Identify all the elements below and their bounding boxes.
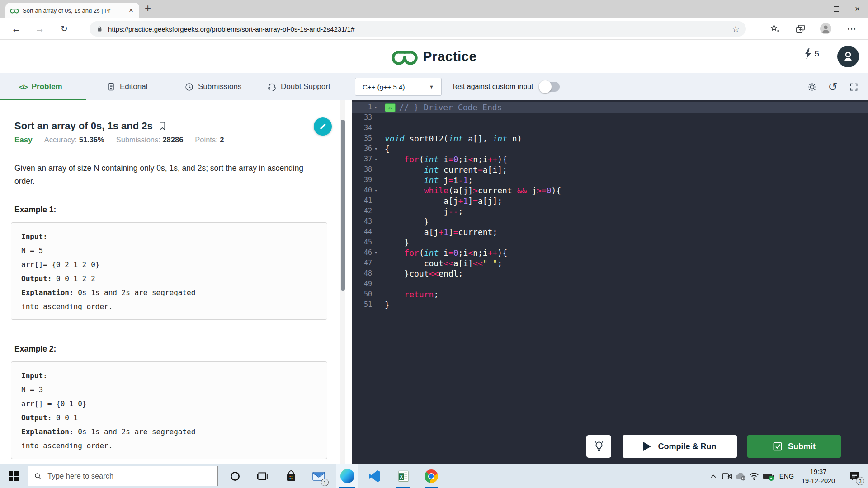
code-line[interactable]: 37▾ for(int i=0;i<n;i++){ (352, 154, 868, 164)
code-line[interactable]: 44 a[j+1]=current; (352, 227, 868, 237)
chevron-up-icon (709, 472, 717, 480)
tab-editorial[interactable]: Editorial (107, 73, 147, 100)
streak-counter[interactable]: 5 (803, 48, 819, 60)
battery-icon[interactable] (761, 464, 776, 488)
taskbar-search[interactable] (28, 466, 218, 486)
restore-button[interactable] (826, 0, 847, 18)
code-line[interactable]: 36▾{ (352, 144, 868, 154)
panel-scrollbar[interactable] (340, 100, 345, 464)
example2-heading: Example 2: (14, 344, 56, 354)
forward-button[interactable]: → (30, 18, 50, 39)
language-selector[interactable]: C++ (g++ 5.4) ▼ (355, 78, 442, 96)
action-center-button[interactable]: 3 (844, 464, 864, 488)
vscode-taskbar-button[interactable] (364, 464, 386, 488)
mail-button[interactable]: 1 (308, 464, 330, 488)
code-line[interactable]: 39 int j=i-1; (352, 175, 868, 185)
example-line: Output: 0 0 1 (21, 411, 317, 425)
gfg-header: Practice 5 (0, 40, 868, 73)
chrome-taskbar-button[interactable] (420, 464, 442, 488)
code-line[interactable]: 41 a[j+1]=a[j]; (352, 196, 868, 206)
code-line[interactable]: 40▾ while(a[j]>current && j>=0){ (352, 185, 868, 196)
edit-code-button[interactable] (314, 117, 332, 136)
example-line: Input: (21, 230, 317, 244)
code-line[interactable]: 38 int current=a[i]; (352, 164, 868, 175)
fullscreen-icon[interactable] (844, 73, 863, 100)
url-bar[interactable]: https://practice.geeksforgeeks.org/probl… (90, 21, 746, 37)
task-view-button[interactable] (251, 464, 273, 488)
store-icon (285, 470, 297, 483)
browser-profile-avatar[interactable] (816, 18, 835, 39)
back-button[interactable]: ← (6, 18, 26, 39)
clock-icon (184, 82, 194, 92)
code-line[interactable]: 50 return; (352, 289, 868, 300)
code-line[interactable]: 35void sort012(int a[], int n) (352, 133, 868, 144)
code-line[interactable]: 1▸↔// } Driver Code Ends (352, 102, 868, 113)
tab-close-icon[interactable]: × (127, 6, 135, 15)
add-favorite-icon[interactable]: ☆ (732, 24, 740, 34)
browser-tab[interactable]: Sort an array of 0s, 1s and 2s | Pr × (5, 3, 139, 18)
code-line[interactable]: 49 (352, 279, 868, 289)
tab-submissions[interactable]: Submissions (184, 73, 241, 100)
excel-taskbar-button[interactable]: X (392, 464, 414, 488)
example-line: Output: 0 0 1 2 2 (21, 272, 317, 286)
code-line[interactable]: 34 (352, 123, 868, 133)
code-editor[interactable]: 1▸↔// } Driver Code Ends333435void sort0… (352, 100, 868, 464)
custom-input-toggle[interactable] (540, 82, 560, 92)
wifi-icon[interactable] (747, 464, 761, 488)
excel-icon: X (397, 470, 410, 483)
hint-button[interactable] (586, 435, 611, 458)
code-lines[interactable]: 1▸↔// } Driver Code Ends333435void sort0… (352, 102, 868, 310)
points-label: Points: (195, 136, 217, 144)
compile-run-button[interactable]: Compile & Run (623, 435, 737, 458)
code-line[interactable]: 51} (352, 300, 868, 310)
example-line: N = 3 (21, 383, 317, 397)
scrollbar-thumb[interactable] (341, 120, 345, 291)
gfg-brand[interactable]: Practice (0, 40, 868, 73)
document-icon (107, 82, 116, 92)
reset-code-icon[interactable]: ↺ (823, 73, 843, 100)
example-line: Explanation: 0s 1s and 2s are segregated (21, 425, 317, 439)
tab-problem[interactable]: </> Problem (19, 73, 62, 100)
accuracy-value: 51.36% (79, 136, 104, 144)
tray-expand-button[interactable] (706, 464, 721, 488)
close-button[interactable]: × (847, 0, 868, 18)
collections-icon[interactable] (790, 18, 810, 39)
custom-input-label: Test against custom input (452, 83, 533, 91)
bookmark-icon[interactable] (158, 121, 166, 131)
tab-doubt-support[interactable]: Doubt Support (267, 73, 330, 100)
user-avatar[interactable] (837, 46, 859, 67)
minimize-button[interactable] (804, 0, 826, 18)
microsoft-store-button[interactable] (280, 464, 302, 488)
code-line[interactable]: 42 j--; (352, 206, 868, 216)
points-value: 2 (220, 136, 224, 144)
taskbar-clock[interactable]: 19:37 19-12-2020 (797, 467, 840, 485)
edge-taskbar-button[interactable] (336, 464, 358, 488)
language-indicator[interactable]: ENG (777, 464, 797, 488)
chevron-down-icon: ▼ (429, 84, 434, 89)
lightning-bolt-icon (803, 48, 812, 60)
search-input[interactable] (47, 471, 212, 481)
submissions-label: Submissions: (116, 136, 160, 144)
meet-now-button[interactable] (720, 464, 734, 488)
svg-text:X: X (400, 474, 403, 479)
code-line[interactable]: 43 } (352, 216, 868, 227)
cortana-button[interactable] (224, 464, 246, 488)
start-button[interactable] (0, 464, 27, 488)
tab-label: Problem (32, 82, 62, 91)
chrome-icon (425, 469, 438, 483)
code-line[interactable]: 45 } (352, 237, 868, 248)
new-tab-button[interactable]: + (145, 2, 151, 14)
window-controls: × (804, 0, 868, 18)
code-line[interactable]: 47 cout<<a[i]<<" "; (352, 258, 868, 268)
theme-toggle-icon[interactable] (802, 73, 822, 100)
refresh-button[interactable]: ↻ (54, 18, 74, 39)
submit-button[interactable]: Submit (747, 435, 841, 458)
example-line: into ascending order. (21, 300, 317, 314)
browser-menu-icon[interactable]: ⋯ (842, 18, 862, 39)
favorites-bar-icon[interactable] (765, 18, 785, 39)
onedrive-icon[interactable] (733, 464, 748, 488)
gfg-favicon (10, 8, 19, 14)
code-line[interactable]: 48 }cout<<endl; (352, 268, 868, 279)
code-line[interactable]: 46▾ for(int i=0;i<n;i++){ (352, 248, 868, 258)
code-line[interactable]: 33 (352, 113, 868, 123)
